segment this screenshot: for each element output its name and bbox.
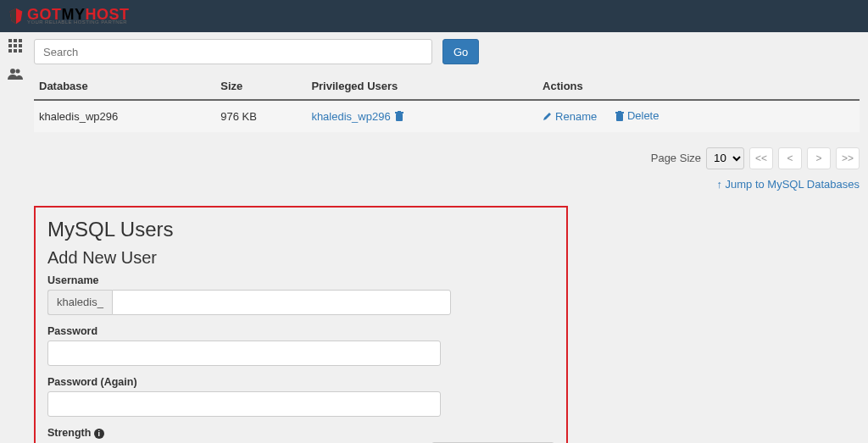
cell-size: 976 KB [215, 100, 306, 132]
svg-point-10 [16, 69, 20, 74]
jump-to-databases-link[interactable]: Jump to MySQL Databases [716, 178, 860, 191]
go-button[interactable]: Go [442, 39, 479, 64]
svg-rect-4 [14, 44, 17, 47]
strength-label: Strength i [47, 427, 554, 439]
mysql-users-section: MySQL Users Add New User Username khaled… [34, 206, 568, 444]
page-size-label: Page Size [651, 152, 701, 164]
search-input[interactable] [34, 39, 432, 64]
svg-rect-11 [396, 114, 403, 121]
sidebar [0, 32, 31, 443]
pager: Page Size 10 << < > >> [34, 147, 860, 169]
info-icon[interactable]: i [94, 429, 104, 439]
brand-logo[interactable]: GOTMYHOST YOUR RELIABLE HOSTING PARTNER [7, 7, 130, 25]
grid-icon[interactable] [8, 39, 22, 56]
section-subtitle: Add New User [47, 248, 554, 268]
svg-rect-16 [618, 111, 621, 113]
svg-rect-8 [19, 49, 22, 53]
svg-rect-6 [8, 49, 12, 53]
col-header-size: Size [215, 73, 306, 100]
svg-rect-1 [14, 39, 17, 42]
delete-action[interactable]: Delete [615, 109, 659, 122]
col-header-actions: Actions [537, 73, 860, 100]
main-content: Go Database Size Privileged Users Action… [31, 32, 868, 443]
svg-rect-5 [19, 44, 22, 47]
password-input[interactable] [47, 341, 441, 366]
col-header-database: Database [34, 73, 215, 100]
svg-point-9 [10, 69, 15, 74]
cell-database: khaledis_wp296 [34, 100, 215, 132]
username-prefix: khaledis_ [47, 290, 112, 315]
pager-last[interactable]: >> [836, 147, 860, 169]
password-again-label: Password (Again) [47, 376, 554, 388]
pager-next[interactable]: > [807, 147, 831, 169]
password-label: Password [47, 325, 554, 337]
pager-first[interactable]: << [749, 147, 773, 169]
databases-table: Database Size Privileged Users Actions k… [34, 73, 860, 132]
page-size-select[interactable]: 10 [706, 147, 744, 169]
password-again-input[interactable] [47, 391, 441, 417]
svg-rect-13 [398, 111, 401, 113]
trash-icon [615, 111, 624, 121]
privileged-user-link[interactable]: khaledis_wp296 [311, 110, 390, 123]
cell-actions: Rename Delete [537, 100, 860, 132]
svg-rect-7 [14, 49, 17, 53]
svg-rect-3 [8, 44, 12, 47]
col-header-users: Privileged Users [306, 73, 537, 100]
shield-icon [7, 7, 25, 25]
search-row: Go [34, 39, 860, 64]
pager-prev[interactable]: < [778, 147, 802, 169]
topbar: GOTMYHOST YOUR RELIABLE HOSTING PARTNER [0, 0, 868, 32]
username-input[interactable] [112, 290, 451, 315]
svg-rect-14 [616, 114, 623, 121]
pencil-icon [542, 112, 552, 121]
table-row: khaledis_wp296 976 KB khaledis_wp296 Ren… [34, 100, 860, 132]
users-icon[interactable] [8, 68, 23, 83]
rename-action[interactable]: Rename [542, 110, 597, 123]
username-label: Username [47, 274, 554, 286]
cell-user: khaledis_wp296 [306, 100, 537, 132]
section-title: MySQL Users [47, 218, 554, 241]
trash-icon[interactable] [395, 111, 403, 121]
logo-tagline: YOUR RELIABLE HOSTING PARTNER [27, 19, 130, 25]
svg-rect-0 [8, 39, 12, 42]
svg-rect-2 [19, 39, 22, 42]
